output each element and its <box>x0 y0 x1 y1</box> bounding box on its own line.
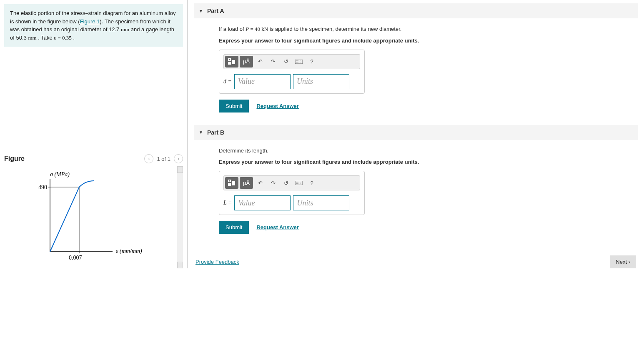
part-a-title: Part A <box>207 8 224 14</box>
part-a-q-suffix: is applied to the specimen, determine it… <box>268 26 401 32</box>
figure-title: Figure <box>4 155 25 162</box>
svg-rect-17 <box>295 181 303 185</box>
svg-rect-14 <box>228 183 231 186</box>
caret-down-icon: ▼ <box>199 130 203 135</box>
problem-statement: The elastic portion of the stress–strain… <box>4 4 183 47</box>
poisson-eq: = 0.35 <box>56 35 72 41</box>
reset-button[interactable]: ↺ <box>280 177 292 189</box>
provide-feedback-link[interactable]: Provide Feedback <box>195 259 239 265</box>
svg-rect-16 <box>229 180 230 182</box>
undo-button[interactable]: ↶ <box>254 177 266 189</box>
reset-button[interactable]: ↺ <box>280 56 292 68</box>
part-a-load-rest: = 40 kN <box>249 26 268 32</box>
part-b-value-input[interactable] <box>234 195 291 210</box>
figure-prev-button[interactable]: ‹ <box>144 154 153 163</box>
part-a-units-input[interactable] <box>293 74 349 89</box>
part-b-question: Determine its length. <box>219 147 629 155</box>
right-panel: ▼ Part A If a load of P = 40 kN is appli… <box>188 0 644 268</box>
stress-strain-chart: σ (MPa) 490 0.007 ε (mm/mm) <box>4 170 163 266</box>
unit-mm-2: mm <box>28 35 36 41</box>
part-b-var-label: L = <box>223 200 232 206</box>
part-b-header[interactable]: ▼ Part B <box>194 125 638 140</box>
undo-button[interactable]: ↶ <box>254 56 266 68</box>
part-b-title: Part B <box>207 129 224 136</box>
template-button[interactable] <box>225 56 238 68</box>
svg-rect-8 <box>232 60 235 64</box>
chart-xlabel: ε (mm/mm) <box>116 248 142 255</box>
part-a-var-label: d = <box>223 78 232 85</box>
figure-scrollbar[interactable] <box>177 166 183 268</box>
part-b-body: Determine its length. Express your answe… <box>194 140 638 243</box>
chart-ylabel: σ (MPa) <box>50 171 70 178</box>
part-b-instruction: Express your answer to four significant … <box>219 159 629 165</box>
chart-xtick: 0.007 <box>69 255 82 261</box>
unit-mm-1: mm <box>121 26 129 32</box>
left-panel: The elastic portion of the stress–strain… <box>0 0 188 268</box>
part-a-submit-button[interactable]: Submit <box>219 100 249 112</box>
figure-link[interactable]: Figure 1 <box>80 18 100 25</box>
part-b-answer-box: µÅ ↶ ↷ ↺ ? L = <box>219 171 365 215</box>
next-button[interactable]: Next › <box>610 255 636 268</box>
figure-section: Figure ‹ 1 of 1 › σ (MPa) 490 0.007 ε (m… <box>4 152 183 268</box>
svg-rect-9 <box>229 59 230 60</box>
part-a-toolbar: µÅ ↶ ↷ ↺ ? <box>223 54 360 69</box>
part-b-input-row: L = <box>223 195 360 210</box>
part-a-request-answer-link[interactable]: Request Answer <box>256 103 298 109</box>
svg-rect-15 <box>232 181 235 185</box>
part-b-toolbar: µÅ ↶ ↷ ↺ ? <box>223 175 360 190</box>
keyboard-button[interactable] <box>293 177 305 189</box>
svg-rect-10 <box>295 60 303 64</box>
help-button[interactable]: ? <box>306 56 318 68</box>
problem-text-4: . Take <box>37 35 54 41</box>
problem-text-5: . <box>72 35 75 41</box>
template-icon <box>228 58 236 65</box>
figure-body: σ (MPa) 490 0.007 ε (mm/mm) <box>4 166 183 268</box>
part-a-answer-box: µÅ ↶ ↷ ↺ ? d = <box>219 50 365 94</box>
redo-button[interactable]: ↷ <box>267 56 279 68</box>
part-b-submit-row: Submit Request Answer <box>219 221 629 234</box>
chevron-right-icon: › <box>629 259 630 265</box>
keyboard-button[interactable] <box>293 56 305 68</box>
keyboard-icon <box>295 181 303 185</box>
figure-header: Figure ‹ 1 of 1 › <box>4 152 183 166</box>
footer-row: Provide Feedback Next › <box>194 255 638 268</box>
figure-next-button[interactable]: › <box>174 154 183 163</box>
help-button[interactable]: ? <box>306 177 318 189</box>
part-b-units-input[interactable] <box>293 195 349 210</box>
template-button[interactable] <box>225 177 238 189</box>
part-a-question: If a load of P = 40 kN is applied to the… <box>219 25 629 33</box>
units-button[interactable]: µÅ <box>240 56 253 68</box>
part-a-header[interactable]: ▼ Part A <box>194 3 638 18</box>
part-a-body: If a load of P = 40 kN is applied to the… <box>194 18 638 122</box>
part-a-q-prefix: If a load of <box>219 26 246 32</box>
part-b-submit-button[interactable]: Submit <box>219 221 249 234</box>
figure-nav: ‹ 1 of 1 › <box>144 154 183 163</box>
part-b-request-answer-link[interactable]: Request Answer <box>256 224 298 230</box>
part-a-value-input[interactable] <box>234 74 291 89</box>
redo-button[interactable]: ↷ <box>267 177 279 189</box>
part-a-submit-row: Submit Request Answer <box>219 100 629 112</box>
template-icon <box>228 179 236 187</box>
figure-pager: 1 of 1 <box>157 156 170 162</box>
svg-rect-7 <box>228 62 231 65</box>
part-a-instruction: Express your answer to four significant … <box>219 38 629 44</box>
units-button[interactable]: µÅ <box>240 177 253 189</box>
next-label: Next <box>616 259 627 265</box>
caret-down-icon: ▼ <box>199 9 203 13</box>
part-a-input-row: d = <box>223 74 360 89</box>
chart-ytick: 490 <box>38 184 47 190</box>
keyboard-icon <box>295 60 303 64</box>
